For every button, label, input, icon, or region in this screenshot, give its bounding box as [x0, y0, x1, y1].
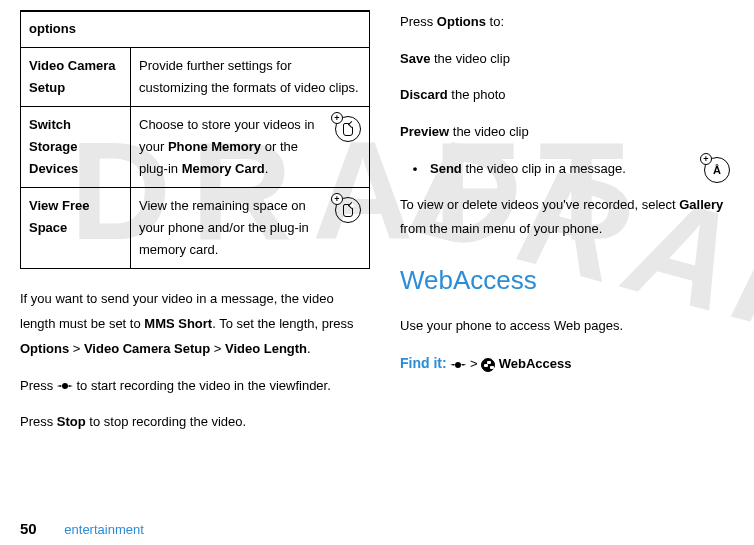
paragraph: Use your phone to access Web pages. [400, 314, 730, 339]
option-name: Switch Storage Devices [21, 106, 131, 187]
paragraph: Discard the photo [400, 83, 730, 108]
option-name: Video Camera Setup [21, 47, 131, 106]
paragraph: Press to start recording the video in th… [20, 374, 370, 399]
table-row: Video Camera Setup Provide further setti… [21, 47, 370, 106]
bullet-item: • Send the video clip in a message. +Å [400, 157, 730, 183]
paragraph: Preview the video clip [400, 120, 730, 145]
table-row: Switch Storage Devices + Choose to store… [21, 106, 370, 187]
option-desc: Provide further settings for customizing… [131, 47, 370, 106]
paragraph: Press Options to: [400, 10, 730, 35]
center-key-icon [57, 381, 73, 391]
paragraph: If you want to send your video in a mess… [20, 287, 370, 361]
page-number: 50 [20, 520, 37, 537]
paragraph: To view or delete videos you've recorded… [400, 193, 730, 242]
table-row: View Free Space + View the remaining spa… [21, 188, 370, 269]
right-column: Press Options to: Save the video clip Di… [400, 10, 730, 495]
storage-icon: + [335, 197, 361, 223]
table-header: options [21, 11, 370, 47]
bullet-marker: • [400, 157, 430, 182]
page-footer: 50 entertainment [20, 520, 144, 537]
option-name: View Free Space [21, 188, 131, 269]
option-desc: + Choose to store your videos in your Ph… [131, 106, 370, 187]
left-column: options Video Camera Setup Provide furth… [20, 10, 370, 495]
find-it-line: Find it: > WebAccess [400, 350, 730, 377]
storage-icon: + [335, 116, 361, 142]
option-desc: + View the remaining space on your phone… [131, 188, 370, 269]
options-table: options Video Camera Setup Provide furth… [20, 10, 370, 269]
page-content: options Video Camera Setup Provide furth… [0, 0, 754, 505]
paragraph: Press Stop to stop recording the video. [20, 410, 370, 435]
section-heading-webaccess: WebAccess [400, 256, 730, 305]
globe-icon [481, 358, 495, 372]
feature-icon: +Å [704, 157, 730, 183]
paragraph: Save the video clip [400, 47, 730, 72]
footer-section-label: entertainment [64, 522, 144, 537]
center-key-icon [450, 360, 466, 370]
